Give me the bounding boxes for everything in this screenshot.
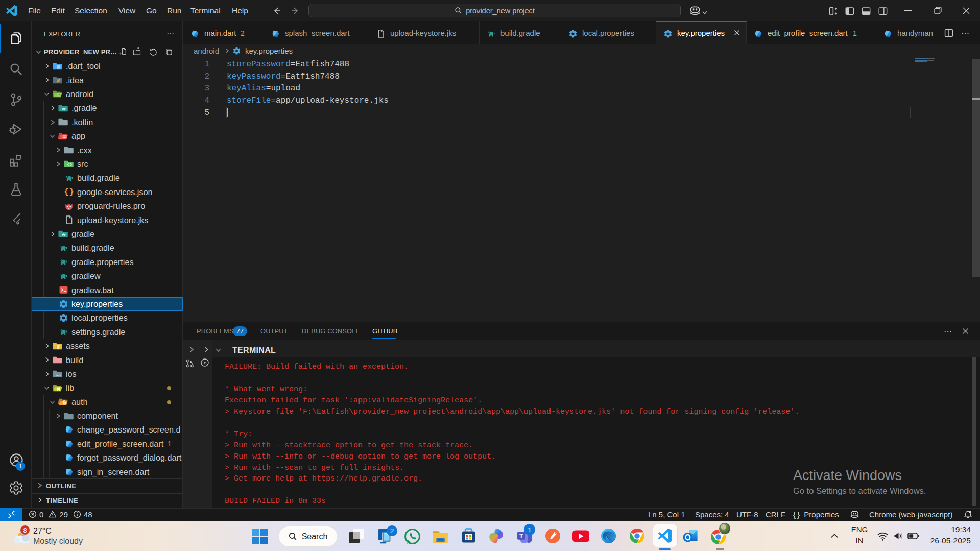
svg-text:ios: ios xyxy=(56,373,61,377)
